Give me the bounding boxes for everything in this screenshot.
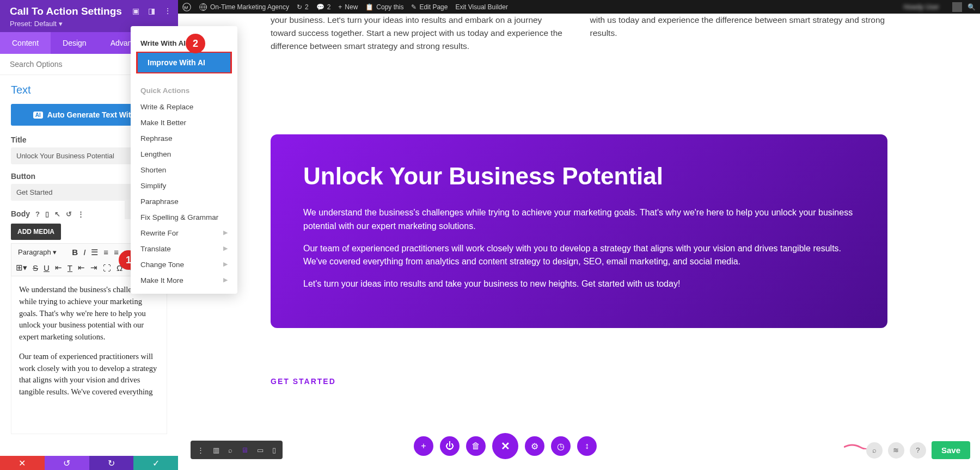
- help-mini-icon[interactable]: ?: [910, 442, 926, 459]
- wireframe-icon[interactable]: ▥: [213, 446, 219, 454]
- opt-make-it-more[interactable]: Make It More▶: [131, 273, 237, 288]
- bold-icon[interactable]: B: [72, 248, 78, 257]
- gear-button[interactable]: ⚙: [525, 436, 544, 456]
- strike-icon[interactable]: S: [33, 263, 38, 273]
- ol-icon[interactable]: ≡: [103, 248, 108, 257]
- tab-design[interactable]: Design: [51, 32, 99, 54]
- opt-make-better[interactable]: Make It Better: [131, 115, 237, 131]
- canvas: your business. Let's turn your ideas int…: [178, 14, 980, 470]
- hero-col-2: with us today and experience the differe…: [590, 14, 888, 53]
- tablet-icon[interactable]: ▯: [45, 210, 49, 218]
- device-bar: ⋮ ▥ ⌕ 🖥 ▭ ▯: [191, 441, 283, 459]
- confirm-button[interactable]: ✓: [133, 456, 178, 470]
- body-editor[interactable]: We understand the business's challenges …: [11, 276, 167, 434]
- edit-page[interactable]: ✎ Edit Page: [411, 3, 448, 11]
- opt-translate[interactable]: Translate▶: [131, 241, 237, 257]
- mobile-icon[interactable]: ▯: [272, 446, 276, 454]
- copy-this[interactable]: 📋 Copy this: [365, 3, 403, 11]
- cta-p3: Let's turn your ideas into results and t…: [303, 277, 855, 291]
- search-icon[interactable]: 🔍: [967, 3, 976, 11]
- clock-button[interactable]: ◷: [551, 436, 571, 456]
- cta-p2: Our team of experienced practitioners wi…: [303, 242, 855, 269]
- undo-icon[interactable]: ↺: [66, 210, 72, 218]
- opt-rewrite-for[interactable]: Rewrite For▶: [131, 225, 237, 241]
- chevron-right-icon: ▶: [223, 276, 228, 285]
- avatar[interactable]: [952, 2, 962, 12]
- trash-button[interactable]: 🗑: [466, 436, 486, 456]
- indent-left-icon[interactable]: ⇤: [55, 263, 62, 273]
- expand-icon[interactable]: ◨: [148, 7, 155, 15]
- body-label: Body: [11, 209, 30, 218]
- opt-fix-spelling[interactable]: Fix Spelling & Grammar: [131, 209, 237, 225]
- callout-2: 2: [186, 34, 205, 53]
- opt-shorten[interactable]: Shorten: [131, 162, 237, 178]
- close-button[interactable]: ✕: [492, 433, 518, 459]
- ai-dropdown: Write With AI Improve With AI Quick Acti…: [131, 26, 237, 294]
- format-select[interactable]: Paragraph ▾: [16, 247, 66, 257]
- updates-count[interactable]: ↻ 2: [297, 3, 309, 11]
- exit-visual-builder[interactable]: Exit Visual Builder: [455, 3, 508, 11]
- cta-title: Unlock Your Business Potential: [303, 163, 855, 190]
- opt-lengthen[interactable]: Lengthen: [131, 146, 237, 162]
- cta-p1: We understand the business's challenges …: [303, 206, 855, 233]
- action-bar: + ⏻ 🗑 ✕ ⚙ ◷ ↕: [414, 433, 597, 459]
- sidebar-footer: ✕ ↺ ↻ ✓: [0, 456, 178, 470]
- user-greeting[interactable]: Howdy User: [904, 3, 939, 11]
- tab-content[interactable]: Content: [0, 32, 51, 54]
- search-mini-icon[interactable]: ⌕: [866, 442, 883, 459]
- help-icon[interactable]: ?: [35, 210, 40, 218]
- site-name[interactable]: On-Time Marketing Agency: [199, 3, 289, 11]
- updown-button[interactable]: ↕: [577, 436, 597, 456]
- wp-logo-icon[interactable]: [182, 3, 191, 11]
- cursor-icon[interactable]: ↖: [54, 210, 60, 218]
- kebab-icon[interactable]: ⋮: [77, 210, 84, 218]
- redo-button[interactable]: ↻: [89, 456, 134, 470]
- get-started-label: GET STARTED: [271, 377, 336, 386]
- ul-icon[interactable]: ☰: [91, 248, 98, 257]
- clear-format-icon[interactable]: T: [68, 263, 72, 273]
- add-button[interactable]: +: [414, 436, 433, 456]
- opt-simplify[interactable]: Simplify: [131, 178, 237, 194]
- table-icon[interactable]: ⊞▾: [16, 263, 27, 273]
- right-bar: ⌕ ≋ ? Save: [866, 441, 970, 459]
- chevron-right-icon: ▶: [223, 261, 228, 269]
- opt-paraphrase[interactable]: Paraphrase: [131, 194, 237, 209]
- desktop-icon[interactable]: 🖥: [241, 446, 248, 454]
- new-button[interactable]: + New: [338, 3, 358, 11]
- save-button[interactable]: Save: [932, 441, 970, 459]
- italic-icon[interactable]: I: [83, 248, 85, 257]
- underline-icon[interactable]: U: [44, 263, 50, 273]
- hero-col-1: your business. Let's turn your ideas int…: [271, 14, 568, 53]
- outdent-icon[interactable]: ⇤: [78, 263, 85, 273]
- layers-mini-icon[interactable]: ≋: [888, 442, 904, 459]
- comments-count[interactable]: 💬 2: [316, 3, 331, 11]
- undo-button[interactable]: ↺: [45, 456, 89, 470]
- opt-change-tone[interactable]: Change Tone▶: [131, 257, 237, 273]
- wp-admin-bar: On-Time Marketing Agency ↻ 2 💬 2 + New 📋…: [178, 0, 980, 14]
- add-media-button[interactable]: ADD MEDIA: [11, 224, 61, 240]
- power-button[interactable]: ⏻: [440, 436, 460, 456]
- align-left-icon[interactable]: ≡: [114, 248, 119, 257]
- cancel-button[interactable]: ✕: [0, 456, 45, 470]
- fullscreen-icon[interactable]: ⛶: [103, 263, 111, 273]
- indent-icon[interactable]: ⇥: [90, 263, 97, 273]
- ai-badge-icon: AI: [33, 112, 43, 119]
- svg-point-0: [183, 3, 191, 10]
- opt-write-replace[interactable]: Write & Replace: [131, 99, 237, 115]
- chevron-right-icon: ▶: [223, 229, 228, 237]
- cta-box[interactable]: Unlock Your Business Potential We unders…: [271, 134, 887, 328]
- tablet-icon[interactable]: ▭: [257, 446, 264, 454]
- zoom-icon[interactable]: ⌕: [228, 446, 232, 454]
- improve-with-ai[interactable]: Improve With AI: [136, 52, 232, 73]
- more-icon[interactable]: ⋮: [197, 446, 204, 454]
- opt-rephrase[interactable]: Rephrase: [131, 131, 237, 146]
- quick-actions-label: Quick Actions: [131, 79, 237, 99]
- drag-icon[interactable]: ▣: [132, 7, 139, 15]
- chevron-right-icon: ▶: [223, 245, 228, 253]
- write-with-ai[interactable]: Write With AI: [131, 36, 237, 51]
- kebab-icon[interactable]: ⋮: [164, 7, 171, 15]
